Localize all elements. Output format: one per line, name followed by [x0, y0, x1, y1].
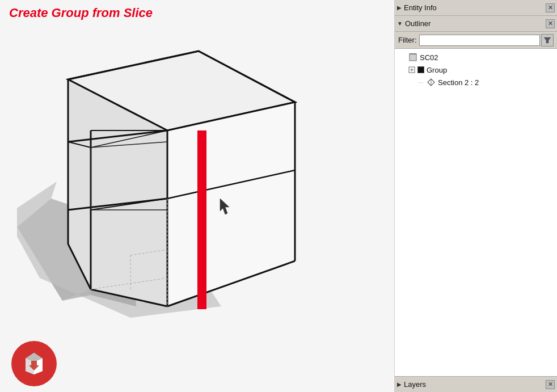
- outliner-header: ▼ Outliner ✕: [395, 16, 557, 32]
- logo-svg: [21, 351, 47, 377]
- scene-container: [17, 34, 369, 352]
- page-title: Create Group from Slice: [9, 6, 153, 20]
- entity-info-arrow: ▶: [397, 5, 402, 11]
- layers-close-button[interactable]: ✕: [546, 380, 555, 389]
- group-expand-icon[interactable]: [407, 65, 416, 74]
- svg-rect-37: [410, 54, 416, 60]
- group-label: Group: [427, 66, 447, 74]
- section2-label: Section 2 : 2: [438, 78, 479, 87]
- svg-marker-5: [167, 102, 295, 306]
- right-panel: ▶ Entity Info ✕ ▼ Outliner ✕ Filter:: [394, 0, 557, 392]
- sc02-label: SC02: [420, 53, 438, 62]
- outliner-title: Outliner: [405, 19, 546, 28]
- layers-title: Layers: [404, 380, 546, 389]
- outliner-content: SC02 Group ···: [395, 49, 557, 376]
- entity-info-close-button[interactable]: ✕: [546, 3, 555, 12]
- filter-action-button[interactable]: [541, 34, 554, 47]
- outliner-panel: ▼ Outliner ✕ Filter:: [395, 16, 557, 376]
- filter-label: Filter:: [398, 36, 417, 44]
- model-icon: [408, 53, 417, 62]
- sc02-expand-icon[interactable]: [398, 53, 407, 62]
- tree-item-section2[interactable]: ··· Section 2 : 2: [395, 76, 557, 88]
- tree-item-group[interactable]: Group: [395, 64, 557, 76]
- entity-info-panel: ▶ Entity Info ✕: [395, 0, 557, 16]
- outliner-arrow: ▼: [397, 20, 403, 27]
- svg-rect-28: [197, 130, 206, 309]
- section2-expand-icon: ···: [416, 78, 425, 87]
- filter-input[interactable]: [419, 35, 541, 46]
- svg-marker-35: [544, 37, 551, 43]
- section-plane-icon: [427, 78, 436, 87]
- outliner-close-button[interactable]: ✕: [546, 19, 555, 28]
- filter-icon: [543, 36, 551, 44]
- entity-info-title: Entity Info: [404, 3, 546, 12]
- main-area: Create Group from Slice: [0, 0, 394, 392]
- 3d-scene-svg: [17, 34, 357, 329]
- tree-item-sc02[interactable]: SC02: [395, 51, 557, 64]
- group-color-swatch: [417, 66, 424, 73]
- layers-panel: ▶ Layers ✕: [395, 376, 557, 392]
- filter-row: Filter:: [395, 32, 557, 49]
- app-logo: [11, 341, 57, 386]
- layers-arrow: ▶: [397, 381, 402, 387]
